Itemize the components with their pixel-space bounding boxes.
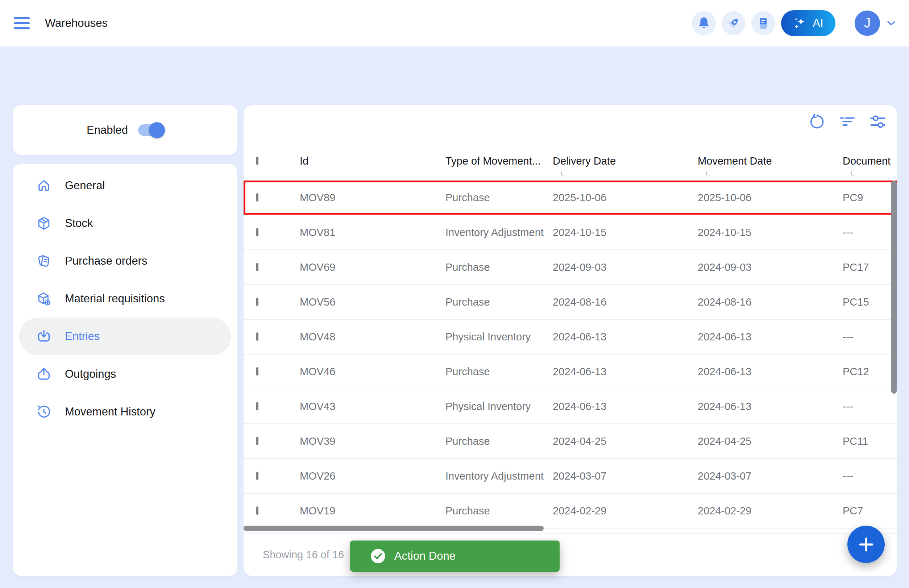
cell-movement-date: 2024-04-25: [698, 435, 843, 447]
cell-delivery-date: 2024-04-25: [553, 435, 698, 447]
column-resize-handle[interactable]: [851, 171, 855, 176]
cell-delivery-date: 2024-08-16: [553, 296, 698, 308]
table-row[interactable]: MOV19 Purchase 2024-02-29 2024-02-29 PC7: [244, 494, 897, 528]
row-checkbox[interactable]: [256, 228, 258, 236]
row-checkbox[interactable]: [256, 333, 258, 341]
chevron-down-icon[interactable]: [886, 19, 897, 27]
row-checkbox[interactable]: [256, 263, 258, 271]
cell-type: Purchase: [446, 262, 553, 273]
row-checkbox[interactable]: [256, 437, 258, 445]
cell-document: PC15: [843, 296, 897, 308]
cell-delivery-date: 2024-03-07: [553, 470, 698, 482]
sidebar-item-label: Entries: [65, 330, 100, 343]
table-row[interactable]: MOV56 Purchase 2024-08-16 2024-08-16 PC1…: [244, 285, 897, 320]
toggle-knob: [149, 122, 165, 138]
column-header-delivery-date[interactable]: Delivery Date: [553, 155, 698, 167]
cell-type: Purchase: [446, 296, 553, 308]
cell-document: PC12: [843, 366, 897, 378]
column-resize-handle[interactable]: [561, 171, 565, 176]
cell-id: MOV81: [300, 226, 446, 239]
avatar-initial: J: [864, 16, 870, 31]
cube-plus-icon: [37, 291, 51, 306]
cell-type: Physical Inventory: [446, 331, 553, 343]
cell-id: MOV26: [300, 470, 446, 482]
entries-table-card: Id Type of Movement... Delivery Date Mov…: [244, 105, 897, 576]
menu-icon[interactable]: [14, 16, 31, 30]
table-row[interactable]: MOV43 Physical Inventory 2024-06-13 2024…: [244, 389, 897, 424]
sparkles-icon: [793, 15, 807, 31]
column-header-document[interactable]: Document: [843, 155, 897, 167]
rocket-icon: [727, 16, 741, 30]
column-resize-handle[interactable]: [706, 171, 710, 176]
enabled-toggle[interactable]: [138, 124, 163, 136]
table-body: MOV89 Purchase 2025-10-06 2025-10-06 PC9…: [244, 181, 897, 528]
sidebar-item-label: Material requisitions: [65, 292, 165, 305]
showing-count: Showing 16 of 16: [263, 549, 344, 561]
cell-movement-date: 2024-06-13: [698, 366, 843, 378]
cell-movement-date: 2024-08-16: [698, 296, 843, 308]
cell-delivery-date: 2024-06-13: [553, 331, 698, 343]
table-header-row: Id Type of Movement... Delivery Date Mov…: [244, 141, 897, 181]
row-checkbox[interactable]: [256, 506, 258, 515]
cell-document: ---: [843, 226, 897, 239]
cell-delivery-date: 2024-06-13: [553, 366, 698, 378]
table-row[interactable]: MOV46 Purchase 2024-06-13 2024-06-13 PC1…: [244, 355, 897, 389]
cell-id: MOV69: [300, 262, 446, 273]
cell-movement-date: 2025-10-06: [698, 192, 843, 204]
select-all-checkbox[interactable]: [256, 157, 258, 165]
row-checkbox[interactable]: [256, 193, 258, 202]
history-icon: [37, 405, 51, 419]
column-header-type[interactable]: Type of Movement...: [446, 155, 553, 167]
toast-message: Action Done: [394, 549, 455, 563]
vertical-scrollbar[interactable]: [891, 181, 897, 394]
cell-id: MOV39: [300, 435, 446, 447]
table-row[interactable]: MOV39 Purchase 2024-04-25 2024-04-25 PC1…: [244, 424, 897, 459]
notifications-button[interactable]: [692, 11, 716, 35]
table-row[interactable]: MOV48 Physical Inventory 2024-06-13 2024…: [244, 320, 897, 355]
launch-button[interactable]: [722, 11, 746, 35]
avatar[interactable]: J: [855, 11, 880, 36]
table-row[interactable]: MOV69 Purchase 2024-09-03 2024-09-03 PC1…: [244, 250, 897, 285]
cell-document: ---: [843, 401, 897, 412]
refresh-icon[interactable]: [807, 112, 827, 131]
cell-delivery-date: 2024-02-29: [553, 505, 698, 517]
upload-tray-icon: [37, 367, 51, 381]
column-header-movement-date[interactable]: Movement Date: [698, 155, 843, 167]
cell-id: MOV89: [300, 192, 446, 204]
table-row[interactable]: MOV81 Inventory Adjustment 2024-10-15 20…: [244, 215, 897, 250]
download-tray-icon: [37, 329, 51, 344]
cell-document: PC9: [843, 192, 897, 204]
ai-assistant-button[interactable]: AI: [781, 10, 835, 36]
sidebar-item-general[interactable]: General: [19, 167, 231, 204]
sidebar-item-stock[interactable]: Stock: [19, 204, 231, 242]
cell-movement-date: 2024-02-29: [698, 505, 843, 517]
table-footer: Showing 16 of 16: [244, 533, 897, 576]
row-checkbox[interactable]: [256, 297, 258, 306]
sub-header: Armazem Global Save: [0, 47, 909, 105]
horizontal-scrollbar[interactable]: [244, 526, 544, 531]
sidebar-item-outgoings[interactable]: Outgoings: [19, 355, 231, 393]
topbar-divider: [845, 8, 845, 39]
sidebar-item-movement-history[interactable]: Movement History: [19, 393, 231, 431]
ai-button-label: AI: [812, 17, 823, 30]
row-checkbox[interactable]: [256, 472, 258, 480]
sidebar-menu: General Stock Purchase orders Material r…: [13, 164, 237, 576]
filter-icon[interactable]: [838, 112, 857, 131]
table-row[interactable]: MOV26 Inventory Adjustment 2024-03-07 20…: [244, 459, 897, 494]
check-circle-icon: [370, 549, 386, 564]
column-header-id[interactable]: Id: [300, 155, 446, 167]
notes-button[interactable]: [751, 11, 775, 35]
cell-id: MOV48: [300, 331, 446, 343]
sidebar-item-material-requisitions[interactable]: Material requisitions: [19, 280, 231, 318]
sidebar-item-purchase-orders[interactable]: Purchase orders: [19, 242, 231, 280]
cell-type: Purchase: [446, 435, 553, 447]
row-checkbox[interactable]: [256, 402, 258, 410]
table-toolbar: [807, 112, 887, 131]
row-checkbox[interactable]: [256, 367, 258, 376]
top-bar: Warehouses AI J: [0, 0, 909, 47]
table-row[interactable]: MOV89 Purchase 2025-10-06 2025-10-06 PC9: [244, 181, 897, 215]
sidebar-item-entries[interactable]: Entries: [19, 318, 231, 355]
cell-document: PC17: [843, 262, 897, 273]
add-entry-fab[interactable]: [848, 526, 885, 563]
column-settings-icon[interactable]: [869, 112, 887, 131]
